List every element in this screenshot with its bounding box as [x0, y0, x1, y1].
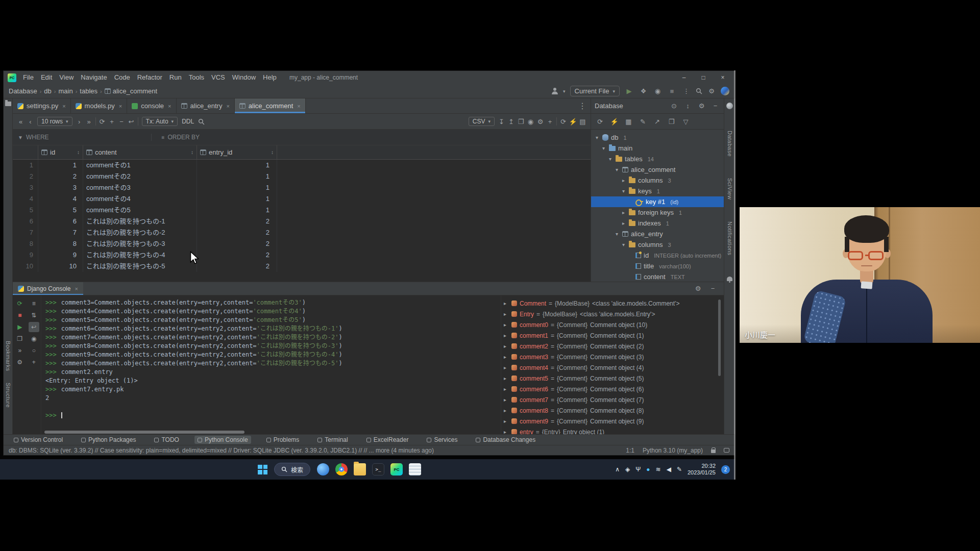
chevron-right-icon[interactable]: ▸: [504, 322, 509, 328]
prev-page-icon[interactable]: ‹: [26, 118, 35, 126]
tree-node-main[interactable]: ▾main: [591, 143, 724, 154]
next-page-icon[interactable]: ›: [75, 118, 84, 126]
settings-icon[interactable]: ⚙: [14, 357, 26, 367]
expand-icon[interactable]: ↕: [683, 102, 693, 110]
add-row-icon[interactable]: +: [107, 118, 117, 126]
cell-entry-id[interactable]: 1: [197, 193, 277, 205]
order-by-clause-field[interactable]: ≡ ORDER BY: [151, 134, 200, 141]
gear-icon[interactable]: ⚙: [707, 87, 716, 95]
chevron-down-icon[interactable]: ▾: [621, 242, 626, 247]
dropbox-icon[interactable]: ◈: [625, 466, 630, 473]
filter-icon[interactable]: ≡: [29, 298, 40, 309]
event-log-icon[interactable]: [724, 448, 729, 453]
close-icon[interactable]: ×: [297, 103, 300, 109]
menu-tools[interactable]: Tools: [185, 71, 208, 84]
notepad-icon[interactable]: [409, 463, 421, 475]
preview-icon[interactable]: ◉: [526, 118, 535, 126]
chevron-right-icon[interactable]: ▸: [504, 343, 509, 349]
view-options-icon[interactable]: ▤: [578, 118, 587, 126]
tree-node-key-1[interactable]: key #1(id): [591, 196, 724, 207]
taskbar-clock[interactable]: 20:32 2023/01/25: [688, 463, 716, 476]
user-icon[interactable]: [551, 88, 558, 95]
table-row[interactable]: 55commentその51: [13, 205, 591, 216]
cell-entry-id[interactable]: 2: [197, 249, 277, 261]
toolbutton-terminal[interactable]: Terminal: [314, 436, 351, 444]
breadcrumb-db[interactable]: db: [44, 87, 51, 95]
chevron-right-icon[interactable]: ▸: [504, 365, 509, 370]
scroll-to-end-icon[interactable]: »: [14, 345, 26, 356]
taskbar-search[interactable]: 検索: [274, 463, 310, 476]
run-configuration-select[interactable]: Current File ▾: [570, 86, 620, 96]
search-icon[interactable]: [198, 118, 205, 125]
stripe-label-notifications[interactable]: Notifications: [727, 221, 733, 255]
cell-entry-id[interactable]: 1: [197, 160, 277, 171]
rerun-icon[interactable]: ⟳: [14, 298, 26, 309]
menu-refactor[interactable]: Refactor: [134, 71, 166, 84]
cell-id[interactable]: 7: [38, 227, 83, 238]
caret-position[interactable]: 1:1: [626, 447, 634, 454]
tree-node-id[interactable]: idINTEGER (auto increment): [591, 250, 724, 261]
stripe-label-bookmarks[interactable]: Bookmarks: [5, 341, 11, 371]
revert-icon[interactable]: ↩: [127, 118, 136, 126]
tab-options-icon[interactable]: ⋮: [574, 98, 591, 113]
chevron-right-icon[interactable]: ▸: [504, 386, 509, 392]
cell-content[interactable]: commentその1: [83, 160, 197, 171]
first-page-icon[interactable]: «: [16, 118, 26, 126]
run-console-icon[interactable]: ⚡: [609, 118, 619, 126]
variable-row[interactable]: ▸comment0={Comment}Comment object (10): [501, 319, 721, 330]
cell-id[interactable]: 2: [38, 171, 83, 182]
tree-node-title[interactable]: titlevarchar(100): [591, 261, 724, 271]
interpreter-label[interactable]: Python 3.10 (my_app): [643, 447, 703, 454]
variable-row[interactable]: ▸comment2={Comment}Comment object (2): [501, 341, 721, 352]
status-message[interactable]: db: DBMS: SQLite (ver. 3.39.2) // Case s…: [9, 447, 434, 454]
chevron-right-icon[interactable]: ▸: [504, 418, 509, 424]
where-clause-field[interactable]: WHERE: [26, 134, 49, 141]
github-copilot-icon[interactable]: [726, 103, 733, 109]
toolbutton-database-changes[interactable]: Database Changes: [473, 436, 538, 444]
history-icon[interactable]: ○: [29, 345, 40, 356]
cell-content[interactable]: これは別の親を持つもの-4: [83, 249, 197, 261]
chevron-right-icon[interactable]: ▸: [621, 178, 626, 183]
table-row[interactable]: 99これは別の親を持つもの-42: [13, 249, 591, 261]
delete-row-icon[interactable]: −: [117, 118, 127, 126]
refresh-icon[interactable]: ⟳: [558, 118, 568, 126]
cell-entry-id[interactable]: 1: [197, 205, 277, 216]
account-avatar[interactable]: [721, 87, 729, 95]
stripe-label-database[interactable]: Database: [727, 131, 733, 157]
console-tab[interactable]: Django Console ×: [13, 282, 83, 295]
search-orb-icon[interactable]: ●: [646, 466, 650, 473]
tree-node-columns[interactable]: ▾columns3: [591, 239, 724, 250]
hidden-items-icon[interactable]: ∧: [615, 466, 620, 473]
toolbutton-services[interactable]: Services: [424, 436, 460, 444]
open-icon[interactable]: ↗: [652, 118, 662, 126]
submit-icon[interactable]: ⚡: [568, 118, 578, 126]
chevron-right-icon[interactable]: ▸: [504, 300, 509, 306]
more-actions-icon[interactable]: ⋮: [681, 87, 691, 95]
chevron-right-icon[interactable]: ▸: [504, 408, 509, 413]
tab-alice-comment[interactable]: alice_comment×: [235, 98, 306, 113]
windows-start-icon[interactable]: [258, 465, 267, 474]
debug-icon[interactable]: ❖: [639, 87, 648, 95]
variable-row[interactable]: ▸comment9={Comment}Comment object (9): [501, 416, 721, 427]
menu-vcs[interactable]: VCS: [208, 71, 229, 84]
project-icon[interactable]: [5, 102, 11, 106]
last-page-icon[interactable]: »: [84, 118, 94, 126]
horizontal-scrollbar[interactable]: [44, 431, 244, 434]
print-icon[interactable]: ❐: [14, 334, 26, 344]
cell-id[interactable]: 1: [38, 160, 83, 171]
vertical-scrollbar[interactable]: [718, 299, 721, 376]
close-icon[interactable]: ×: [713, 71, 732, 84]
tree-node-alice-entry[interactable]: ▾alice_entry: [591, 229, 724, 239]
tab-alice-entry[interactable]: alice_entry×: [177, 98, 235, 113]
cell-entry-id[interactable]: 1: [197, 182, 277, 193]
table-row[interactable]: 44commentその41: [13, 193, 591, 205]
column-header-entry-id[interactable]: entry_id↕: [197, 145, 277, 159]
breadcrumb-tables[interactable]: tables: [80, 87, 97, 95]
variable-row[interactable]: ▸comment4={Comment}Comment object (4): [501, 362, 721, 373]
cell-entry-id[interactable]: 2: [197, 227, 277, 238]
tree-node-alice-comment[interactable]: ▾alice_comment: [591, 164, 724, 175]
new-window-icon[interactable]: ❐: [667, 118, 676, 126]
edit-icon[interactable]: ✎: [638, 118, 648, 126]
lock-icon[interactable]: [711, 449, 716, 453]
preview-icon[interactable]: ◉: [29, 334, 40, 344]
